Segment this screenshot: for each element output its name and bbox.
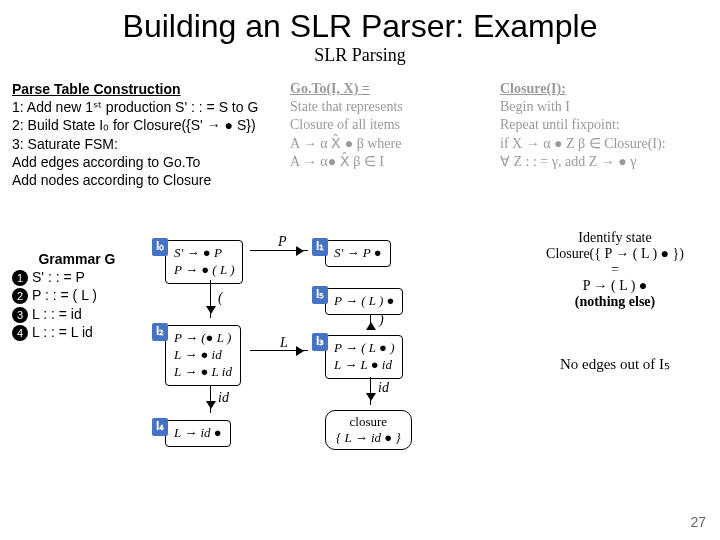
parse-table-construction: Parse Table Construction 1: Add new 1ˢᵗ … [12, 80, 262, 189]
ident-line: Closure({ P → ( L ) ● }) [520, 246, 710, 262]
state-label-i5: I₅ [312, 286, 328, 304]
closure-definition: Closure(I): Begin with I Repeat until fi… [500, 80, 710, 171]
state-i1: I₁ S' → P ● [325, 240, 391, 267]
grammar-rule: 4L : : = L id [12, 323, 142, 341]
state-label-i2: I₂ [152, 323, 168, 341]
ptc-line: 1: Add new 1ˢᵗ production S' : : = S to … [12, 98, 262, 116]
grammar-rule: 1S' : : = P [12, 268, 142, 286]
goto-header: Go.To(I, X) = [290, 80, 470, 98]
state-item: P → ( L ● ) [334, 340, 394, 357]
arrow-icon [250, 350, 308, 351]
arrow-icon [250, 250, 308, 251]
identify-state: Identify state Closure({ P → ( L ) ● }) … [520, 230, 710, 310]
ptc-line: Add nodes according to Closure [12, 171, 262, 189]
edge-label-lparen: ( [218, 290, 223, 306]
state-item: P → ( L ) ● [334, 293, 394, 310]
slide-subtitle: SLR Parsing [0, 45, 720, 66]
ptc-header: Parse Table Construction [12, 80, 262, 98]
state-label-i1: I₁ [312, 238, 328, 256]
state-item: P → (● L ) [174, 330, 232, 347]
arrow-icon [210, 280, 211, 318]
edge-label-P: P [278, 234, 287, 250]
state-item: L → ● id [174, 347, 232, 364]
ptc-line: 2: Build State I₀ for Closure({S' → ● S}… [12, 116, 262, 134]
closure-line: if X → α ● Z β ∈ Closure(I): [500, 135, 710, 153]
arrow-icon [210, 385, 211, 413]
closure-box: closure { L → id ● } [325, 410, 412, 450]
grammar-rule: 3L : : = id [12, 305, 142, 323]
state-item: S' → P ● [334, 245, 382, 262]
goto-line: Closure of all items [290, 116, 470, 134]
state-i3: I₃ P → ( L ● ) L → L ● id [325, 335, 403, 379]
state-item: L → ● L id [174, 364, 232, 381]
closure-line: ∀ Z : : = γ, add Z → ● γ [500, 153, 710, 171]
ident-line: = [520, 262, 710, 278]
arrow-icon [370, 377, 371, 405]
goto-line: A → α● X̂ β ∈ I [290, 153, 470, 171]
edge-label-id: id [218, 390, 229, 406]
closure-box-item: { L → id ● } [336, 430, 401, 446]
no-edges-note: No edges out of I₅ [520, 355, 710, 373]
edge-label-id: id [378, 380, 389, 396]
ptc-line: 3: Saturate FSM: [12, 135, 262, 153]
state-item: L → L ● id [334, 357, 394, 374]
page-number: 27 [690, 514, 706, 530]
closure-line: Begin with I [500, 98, 710, 116]
ptc-line: Add edges according to Go.To [12, 153, 262, 171]
state-i2: I₂ P → (● L ) L → ● id L → ● L id [165, 325, 241, 386]
state-i5: I₅ P → ( L ) ● [325, 288, 403, 315]
goto-line: A → α X̂ ● β where [290, 135, 470, 153]
state-i4: I₄ L → id ● [165, 420, 231, 447]
goto-line: State that represents [290, 98, 470, 116]
state-label-i0: I₀ [152, 238, 168, 256]
edge-label-L: L [280, 335, 288, 351]
edge-label-rparen: ) [379, 312, 384, 328]
ident-line: (nothing else) [520, 294, 710, 310]
ident-line: P → ( L ) ● [520, 278, 710, 294]
grammar-header: Grammar G [12, 250, 142, 268]
grammar-g: Grammar G 1S' : : = P 2P : : = ( L ) 3L … [12, 250, 142, 341]
closure-box-label: closure [336, 414, 401, 430]
state-label-i4: I₄ [152, 418, 168, 436]
grammar-rule: 2P : : = ( L ) [12, 286, 142, 304]
goto-definition: Go.To(I, X) = State that represents Clos… [290, 80, 470, 171]
state-i0: I₀ S' → ● P P → ● ( L ) [165, 240, 243, 284]
slide-title: Building an SLR Parser: Example [0, 0, 720, 45]
state-item: S' → ● P [174, 245, 234, 262]
closure-line: Repeat until fixpoint: [500, 116, 710, 134]
closure-header: Closure(I): [500, 80, 710, 98]
state-item: L → id ● [174, 425, 222, 442]
arrow-icon [370, 315, 371, 329]
state-label-i3: I₃ [312, 333, 328, 351]
ident-line: Identify state [520, 230, 710, 246]
state-item: P → ● ( L ) [174, 262, 234, 279]
